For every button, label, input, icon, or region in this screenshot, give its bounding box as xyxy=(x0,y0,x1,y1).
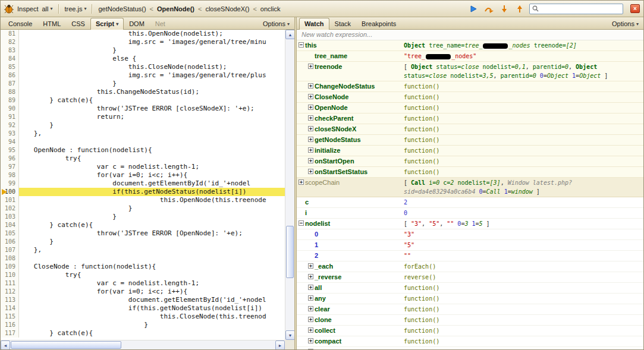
watch-variable-name[interactable]: clear xyxy=(315,305,330,314)
watch-value[interactable]: forEach() xyxy=(404,261,643,272)
line-number[interactable]: 85 xyxy=(1,63,19,71)
line-number[interactable]: 92 xyxy=(1,121,19,130)
watch-value[interactable]: [ Call i=0 c=2 nodelist=[3], Window late… xyxy=(404,178,643,197)
watch-value[interactable]: [ "3", "5", "" 0=3 1=5 ] xyxy=(404,219,643,229)
line-number[interactable]: 117 xyxy=(1,329,19,338)
inspect-button[interactable]: Inspect xyxy=(17,5,38,12)
line-number[interactable]: 89 xyxy=(1,96,19,105)
watch-value[interactable]: "" xyxy=(404,251,643,261)
watch-variable-name[interactable]: clone xyxy=(315,316,332,324)
watch-variable-name[interactable]: tree_name xyxy=(315,52,347,61)
watch-variable-name[interactable]: checkParent xyxy=(315,114,353,123)
watch-variable-name[interactable]: scopeChain xyxy=(305,178,340,187)
watch-variable-name[interactable]: any xyxy=(315,294,326,303)
vertical-scroll-thumb[interactable] xyxy=(286,226,294,278)
line-number[interactable]: 87 xyxy=(1,80,19,88)
new-watch-expression[interactable]: New watch expression... xyxy=(297,30,643,40)
line-number[interactable]: 110 xyxy=(1,271,19,279)
scroll-left-button[interactable]: ◄ xyxy=(1,340,10,349)
watch-value[interactable]: function() xyxy=(404,336,643,346)
expander-icon[interactable]: + xyxy=(299,179,304,185)
watch-variable-name[interactable]: _reverse xyxy=(315,273,341,282)
watch-variable-name[interactable]: this xyxy=(305,41,317,50)
expander-icon[interactable]: + xyxy=(308,338,313,343)
line-number[interactable]: 100 xyxy=(1,188,19,196)
horizontal-scrollbar[interactable]: ◄ ► xyxy=(1,340,285,349)
watch-value[interactable]: 0 xyxy=(404,208,643,218)
watch-value[interactable]: function() xyxy=(404,315,643,325)
watch-value[interactable]: function() xyxy=(404,167,643,177)
line-number[interactable]: 99 xyxy=(1,179,19,188)
line-number[interactable]: 116 xyxy=(1,321,19,329)
breadcrumb-item[interactable]: onclick xyxy=(260,5,281,12)
line-number[interactable]: 106 xyxy=(1,238,19,246)
line-number[interactable]: 91 xyxy=(1,113,19,121)
watch-value[interactable]: reverse() xyxy=(404,272,643,282)
scroll-up-button[interactable]: ▲ xyxy=(285,30,294,39)
watch-value[interactable]: function() xyxy=(404,347,643,349)
breadcrumb-item[interactable]: OpenNode() xyxy=(157,5,194,12)
watch-value[interactable]: function() xyxy=(404,156,643,166)
line-number[interactable]: 81 xyxy=(1,30,19,38)
expander-icon[interactable]: + xyxy=(308,295,313,301)
tab-breakpoints[interactable]: Breakpoints xyxy=(356,18,401,30)
watch-value[interactable]: function() xyxy=(404,92,643,102)
expander-icon[interactable]: + xyxy=(308,94,313,99)
line-number[interactable]: 109 xyxy=(1,263,19,271)
expander-icon[interactable]: + xyxy=(308,327,313,333)
expander-icon[interactable]: − xyxy=(299,220,304,226)
watch-variable-name[interactable]: c xyxy=(305,198,309,207)
tab-stack[interactable]: Stack xyxy=(329,18,357,30)
line-number[interactable]: 83 xyxy=(1,46,19,55)
expander-icon[interactable]: + xyxy=(308,83,313,89)
expander-icon[interactable]: + xyxy=(308,285,313,290)
line-number[interactable]: 86 xyxy=(1,71,19,80)
line-number[interactable]: 88 xyxy=(1,88,19,96)
expander-icon[interactable]: + xyxy=(308,158,313,163)
line-number[interactable]: 114 xyxy=(1,304,19,313)
watch-value[interactable]: function() xyxy=(404,294,643,304)
watch-value[interactable]: "5" xyxy=(404,240,643,250)
watch-variable-name[interactable]: detect xyxy=(315,348,334,349)
watch-variable-name[interactable]: ChangeNodeStatus xyxy=(315,82,375,91)
watch-value[interactable]: "tree__nodes" xyxy=(404,51,643,61)
watch-value[interactable]: function() xyxy=(404,103,643,113)
watch-value[interactable]: function() xyxy=(404,124,643,134)
expander-icon[interactable]: + xyxy=(308,349,313,349)
line-number[interactable]: 107 xyxy=(1,246,19,254)
expander-icon[interactable]: + xyxy=(308,274,313,279)
expander-icon[interactable]: + xyxy=(308,147,313,153)
tab-watch[interactable]: Watch xyxy=(299,18,329,30)
expander-icon[interactable]: + xyxy=(308,137,313,142)
watch-value[interactable]: function() xyxy=(404,283,643,293)
tab-script[interactable]: Script▾ xyxy=(90,18,124,30)
watch-value[interactable]: function() xyxy=(404,113,643,124)
right-options-menu[interactable]: Options ▾ xyxy=(612,20,641,29)
watch-value[interactable]: function() xyxy=(404,146,643,156)
tab-css[interactable]: CSS xyxy=(66,18,90,30)
line-number[interactable]: 103 xyxy=(1,213,19,221)
line-number[interactable]: 96 xyxy=(1,154,19,163)
line-number[interactable]: 95 xyxy=(1,146,19,154)
watch-variable-name[interactable]: treenode xyxy=(315,62,342,71)
watch-variable-name[interactable]: onStartOpen xyxy=(315,157,354,166)
line-number[interactable]: 113 xyxy=(1,296,19,304)
watch-variable-name[interactable]: OpenNode xyxy=(315,103,348,112)
step-over-button[interactable] xyxy=(483,4,495,14)
expander-icon[interactable]: + xyxy=(308,115,313,121)
line-number[interactable]: 84 xyxy=(1,55,19,63)
watch-variable-name[interactable]: initialize xyxy=(315,146,340,155)
horizontal-scroll-thumb[interactable] xyxy=(11,341,121,349)
continue-button[interactable] xyxy=(467,4,479,14)
line-number[interactable]: 112 xyxy=(1,288,19,296)
watch-variable-name[interactable]: 1 xyxy=(315,241,318,250)
expander-icon[interactable]: + xyxy=(308,126,313,131)
script-file-dropdown[interactable]: tree.js ▾ xyxy=(65,5,87,12)
expander-icon[interactable]: + xyxy=(308,306,313,311)
watch-value[interactable]: function() xyxy=(404,326,643,336)
line-number[interactable]: 108 xyxy=(1,254,19,263)
tab-html[interactable]: HTML xyxy=(37,18,66,30)
watch-value[interactable]: Object tree_name=tree__nodes treenode=[2… xyxy=(404,40,643,51)
watch-variable-name[interactable]: collect xyxy=(315,326,335,335)
expander-icon[interactable]: + xyxy=(308,263,313,269)
